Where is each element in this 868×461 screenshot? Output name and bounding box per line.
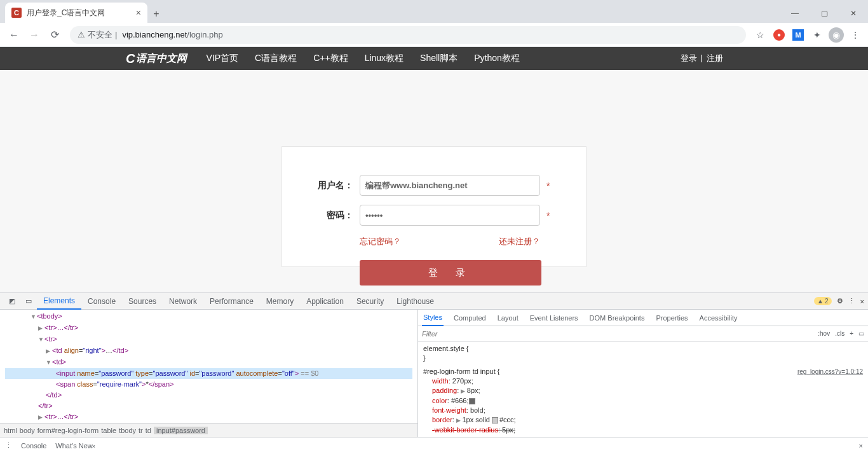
url-input[interactable]: ⚠ 不安全 | vip.biancheng.net/login.php — [70, 26, 746, 44]
browser-menu-icon[interactable]: ⋮ — [848, 27, 863, 43]
styles-tab-listeners[interactable]: Event Listeners — [529, 310, 580, 326]
nav-shell[interactable]: Shell脚本 — [420, 53, 458, 64]
dom-breadcrumb[interactable]: html body form#reg-login-form table tbod… — [0, 423, 417, 437]
site-header: C语言中文网 VIP首页 C语言教程 C++教程 Linux教程 Shell脚本… — [0, 47, 868, 70]
favicon: C — [11, 8, 22, 18]
tab-network[interactable]: Network — [163, 293, 203, 310]
login-form: 用户名： * 密码： * 忘记密码？ 还未注册？ 登 录 — [281, 146, 587, 267]
devtools-menu-icon[interactable]: ⋮ — [848, 297, 855, 305]
devtools-main: ▼<tbody> ▶<tr>…</tr> ▼<tr> ▶<td align="r… — [0, 310, 868, 437]
nav-c[interactable]: C语言教程 — [255, 53, 297, 64]
tab-console[interactable]: Console — [81, 293, 122, 310]
url-path: /login.php — [187, 30, 222, 39]
bookmark-star-icon[interactable]: ☆ — [752, 27, 768, 43]
css-source-link[interactable]: reg_login.css?v=1.0:12 — [797, 367, 863, 376]
styles-tab-computed[interactable]: Computed — [452, 310, 487, 326]
address-bar: ← → ⟳ ⚠ 不安全 | vip.biancheng.net/login.ph… — [0, 23, 868, 47]
styles-tab-layout[interactable]: Layout — [496, 310, 520, 326]
extensions-icon[interactable]: ✦ — [810, 27, 825, 43]
tab-lighthouse[interactable]: Lighthouse — [390, 293, 440, 310]
styles-tab-props[interactable]: Properties — [654, 310, 689, 326]
nav-linux[interactable]: Linux教程 — [365, 53, 403, 64]
styles-filter-controls: :hov .cls + ▭ — [818, 330, 864, 337]
devtools-drawer: ⋮ Console What's New × × — [0, 437, 868, 453]
styles-tab-a11y[interactable]: Accessibility — [698, 310, 739, 326]
password-input[interactable] — [360, 205, 540, 226]
devtools-tabs: ◩ ▭ Elements Console Sources Network Per… — [0, 293, 868, 310]
tab-close-icon[interactable]: × — [136, 8, 141, 18]
devtools: ◩ ▭ Elements Console Sources Network Per… — [0, 292, 868, 453]
password-row: 密码： * — [313, 205, 555, 226]
tab-performance[interactable]: Performance — [203, 293, 260, 310]
drawer-close-icon[interactable]: × — [859, 442, 863, 450]
settings-gear-icon[interactable]: ⚙ — [837, 297, 843, 305]
required-mark: * — [546, 210, 550, 221]
devtools-close-icon[interactable]: × — [860, 298, 864, 305]
site-logo[interactable]: C语言中文网 — [126, 52, 187, 66]
page-body: 用户名： * 密码： * 忘记密码？ 还未注册？ 登 录 — [0, 70, 868, 292]
warnings-badge[interactable]: ▲ 2 — [814, 297, 831, 305]
styles-filter-input[interactable] — [422, 330, 818, 338]
inspect-icon[interactable]: ◩ — [4, 294, 20, 309]
window-minimize[interactable]: — — [780, 4, 810, 23]
forward-button[interactable]: → — [25, 26, 43, 44]
tab-memory[interactable]: Memory — [260, 293, 300, 310]
close-icon[interactable]: × — [92, 443, 95, 450]
cls-toggle[interactable]: .cls — [835, 330, 844, 337]
register-link[interactable]: 注册 — [707, 53, 723, 64]
required-mark: * — [546, 181, 550, 191]
browser-chrome: C 用户登录_C语言中文网 × + — ▢ ✕ ← → ⟳ ⚠ 不安全 | vi… — [0, 0, 868, 47]
tab-security[interactable]: Security — [350, 293, 390, 310]
auth-links: 登录 | 注册 — [681, 53, 723, 64]
username-label: 用户名： — [313, 180, 353, 191]
drawer-whatsnew-tab[interactable]: What's New × — [55, 442, 95, 450]
separator: | — [701, 53, 703, 64]
security-warning-icon: ⚠ 不安全 | — [78, 29, 117, 41]
nav-menu: VIP首页 C语言教程 C++教程 Linux教程 Shell脚本 Python… — [206, 53, 519, 64]
browser-tab[interactable]: C 用户登录_C语言中文网 × — [5, 3, 147, 23]
devtools-right-controls: ▲ 2 ⚙ ⋮ × — [814, 297, 864, 305]
elements-panel[interactable]: ▼<tbody> ▶<tr>…</tr> ▼<tr> ▶<td align="r… — [0, 310, 418, 437]
styles-panel: Styles Computed Layout Event Listeners D… — [418, 310, 868, 437]
tab-elements[interactable]: Elements — [37, 293, 81, 310]
drawer-menu-icon[interactable]: ⋮ — [5, 441, 12, 450]
form-links: 忘记密码？ 还未注册？ — [313, 236, 540, 247]
m-extension-icon[interactable]: M — [790, 27, 806, 43]
tab-sources[interactable]: Sources — [122, 293, 163, 310]
dom-tree[interactable]: ▼<tbody> ▶<tr>…</tr> ▼<tr> ▶<td align="r… — [0, 310, 417, 436]
styles-tabs: Styles Computed Layout Event Listeners D… — [418, 310, 868, 326]
device-toggle-icon[interactable]: ▭ — [20, 294, 37, 309]
hov-toggle[interactable]: :hov — [818, 330, 830, 337]
computed-toggle-icon[interactable]: ▭ — [858, 330, 864, 337]
login-button[interactable]: 登 录 — [360, 260, 541, 286]
nav-python[interactable]: Python教程 — [474, 53, 520, 64]
reload-button[interactable]: ⟳ — [46, 26, 64, 44]
styles-tab-dombp[interactable]: DOM Breakpoints — [588, 310, 646, 326]
css-rules[interactable]: element.style { } reg_login.css?v=1.0:12… — [418, 341, 868, 437]
username-row: 用户名： * — [313, 175, 555, 196]
styles-filter-bar: :hov .cls + ▭ — [418, 326, 868, 341]
drawer-console-tab[interactable]: Console — [21, 442, 46, 450]
register-link[interactable]: 还未注册？ — [499, 236, 540, 247]
nav-vip[interactable]: VIP首页 — [206, 53, 238, 64]
window-close[interactable]: ✕ — [839, 4, 868, 23]
tab-bar: C 用户登录_C语言中文网 × + — ▢ ✕ — [0, 0, 868, 23]
forgot-password-link[interactable]: 忘记密码？ — [360, 236, 401, 247]
window-maximize[interactable]: ▢ — [810, 4, 839, 23]
login-link[interactable]: 登录 — [681, 53, 697, 64]
new-rule-button[interactable]: + — [850, 330, 853, 337]
window-controls: — ▢ ✕ — [780, 4, 868, 23]
url-host: vip.biancheng.net — [122, 30, 187, 39]
back-button[interactable]: ← — [5, 26, 23, 44]
styles-tab-styles[interactable]: Styles — [422, 310, 444, 326]
toolbar-icons: ☆ ● M ✦ ◉ ⋮ — [752, 27, 863, 43]
nav-cpp[interactable]: C++教程 — [313, 53, 348, 64]
pin-extension-icon[interactable]: ● — [771, 27, 787, 43]
new-tab-button[interactable]: + — [147, 5, 165, 23]
tab-application[interactable]: Application — [300, 293, 350, 310]
profile-avatar[interactable]: ◉ — [829, 27, 844, 43]
tab-title: 用户登录_C语言中文网 — [27, 8, 105, 18]
password-label: 密码： — [313, 210, 353, 221]
selected-dom-node[interactable]: <input name="password" type="password" i… — [5, 368, 412, 379]
username-input[interactable] — [360, 175, 540, 196]
